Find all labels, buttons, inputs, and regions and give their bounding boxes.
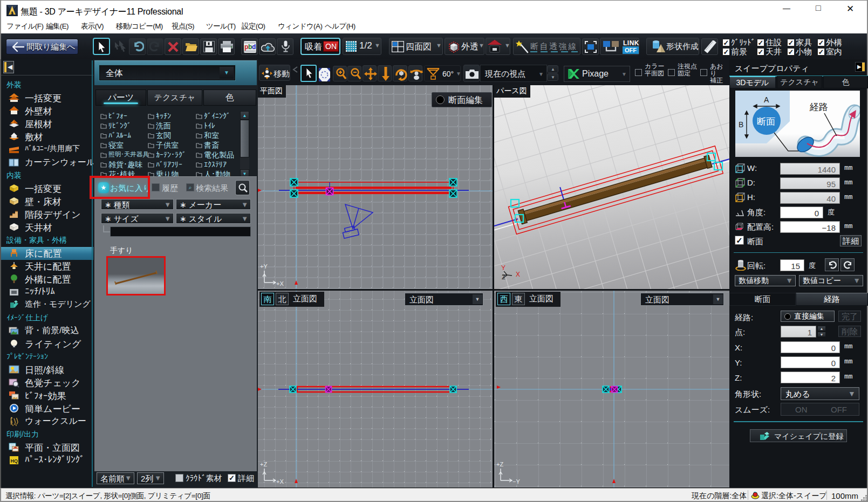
svg-text:+Y: +Y: [260, 263, 268, 270]
svg-text:X: X: [516, 271, 520, 278]
svg-text:A: A: [764, 95, 769, 104]
svg-text:+X: +X: [276, 280, 284, 287]
svg-text:+Z: +Z: [496, 461, 503, 467]
svg-text:Y: Y: [501, 264, 505, 272]
svg-text:HQ: HQ: [11, 458, 18, 464]
svg-text:B: B: [739, 120, 743, 129]
svg-text:−Y: −Y: [512, 478, 520, 485]
svg-text:+X: +X: [276, 478, 284, 485]
svg-text:Z: Z: [502, 274, 505, 280]
svg-text:経路: 経路: [809, 102, 828, 112]
svg-text:断面: 断面: [757, 116, 775, 127]
svg-text:+Z: +Z: [260, 461, 267, 467]
